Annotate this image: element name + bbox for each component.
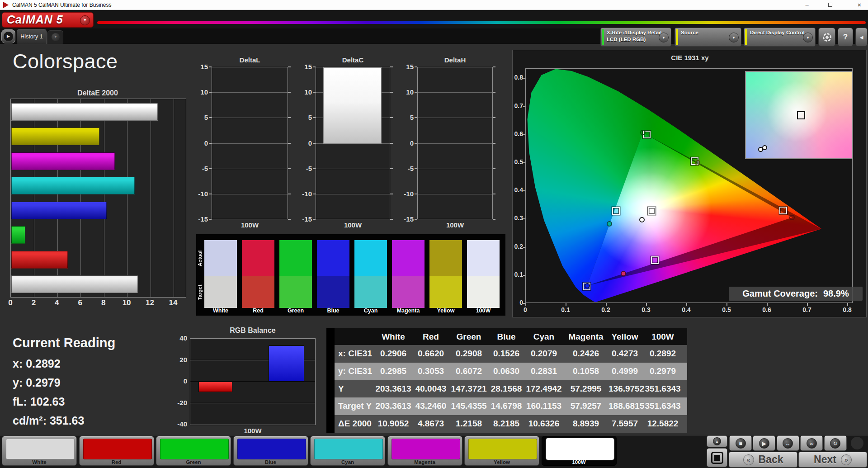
tick-mark xyxy=(288,194,291,194)
table-cell: 4.8673 xyxy=(412,415,449,433)
swatch-label-yellow: Yellow xyxy=(427,307,465,314)
delta-chart-plot-deltah xyxy=(417,67,493,219)
tick-mark xyxy=(288,219,291,220)
table-cell: 0.1526 xyxy=(488,345,524,363)
table-cell: 10.6326 xyxy=(524,415,563,433)
rgb-ytick: 20 xyxy=(172,356,187,364)
delta-bar-deltac xyxy=(323,67,382,144)
cie-xtick: 0.6 xyxy=(759,306,775,313)
step-button[interactable]: ↔ xyxy=(777,435,799,451)
pattern-button-blue[interactable]: Blue xyxy=(233,436,308,466)
rgb-bar-red xyxy=(198,382,232,392)
delta-gridline xyxy=(418,92,492,93)
delta-ytick: 10 xyxy=(396,88,414,96)
pattern-button-yellow[interactable]: Yellow xyxy=(464,436,539,466)
cie-ytick: 0.8 xyxy=(513,74,523,81)
pattern-swatch-100w xyxy=(546,438,614,460)
swatch-target-100w xyxy=(467,276,500,308)
table-header-row: WhiteRedGreenBlueCyanMagentaYellow100W xyxy=(335,328,687,345)
back-button[interactable]: « Back xyxy=(729,452,797,468)
deltae-bar-white xyxy=(11,275,138,293)
table-row: ΔE 200010.90524.86731.21588.218510.63268… xyxy=(335,415,687,433)
source-status-stripe xyxy=(676,29,678,45)
pattern-window-button[interactable] xyxy=(707,448,727,467)
gamut-coverage-value: 98.9% xyxy=(823,288,849,299)
calman-logo-menu[interactable]: CalMAN 5 ▼ xyxy=(2,12,94,28)
delta-gridline xyxy=(316,194,390,194)
swatch-actual-red xyxy=(242,240,274,276)
table-cell: 0.0630 xyxy=(488,363,524,380)
help-button[interactable]: ? xyxy=(838,28,853,47)
swatch-target-magenta xyxy=(392,276,425,308)
delta-gridline xyxy=(212,169,288,169)
swatch-actual-white xyxy=(204,240,237,276)
pattern-button-white[interactable]: White xyxy=(2,436,77,466)
table-cell: 40.0043 xyxy=(412,380,449,398)
tab-scroll-button[interactable]: ▶ xyxy=(1,29,15,43)
cie-xtick: 0.8 xyxy=(839,306,855,313)
cie-measured-blue xyxy=(585,283,590,288)
table-row-label: x: CIE31 xyxy=(335,345,374,363)
table-cell: 57.2995 xyxy=(563,380,609,398)
chevron-up-icon: ▲ xyxy=(713,437,721,445)
current-reading-title: Current Reading xyxy=(13,336,115,350)
deltae-bar-blue xyxy=(11,202,107,219)
deltae-gridline xyxy=(151,99,151,297)
pattern-button-cyan[interactable]: Cyan xyxy=(310,436,385,466)
table-col-header-100w: 100W xyxy=(641,328,684,345)
pattern-button-green[interactable]: Green xyxy=(156,436,231,466)
rgb-balance-plot xyxy=(190,338,316,425)
deltae-bar-cyan xyxy=(11,177,135,194)
tick-mark xyxy=(390,66,393,67)
tick-mark xyxy=(523,134,525,135)
transport-icon-row: ■▶↔∞↻ xyxy=(729,435,851,451)
rgb-ytick: -40 xyxy=(172,420,187,428)
delta-ytick: 10 xyxy=(295,88,312,96)
tick-mark xyxy=(767,303,768,306)
display-control-dropdown[interactable]: Direct Display Control ▼ xyxy=(744,28,816,47)
swatch-target-green xyxy=(279,276,312,308)
play-button[interactable]: ▶ xyxy=(753,435,775,451)
add-tab-button[interactable]: ▾ xyxy=(47,30,63,44)
swatch-label-white: White xyxy=(202,307,240,314)
delta-ytick: 15 xyxy=(295,63,312,71)
display-control-status-stripe xyxy=(745,29,747,45)
table-cell: 351.6343 xyxy=(641,380,684,398)
tick-mark xyxy=(390,92,393,93)
pattern-button-magenta[interactable]: Magenta xyxy=(387,436,462,466)
table-cell: 43.2460 xyxy=(412,397,449,415)
table-cell: 10.9052 xyxy=(374,415,412,433)
tick-mark xyxy=(493,92,495,93)
delta-ytick: 10 xyxy=(191,88,208,96)
pattern-label-magenta: Magenta xyxy=(388,459,462,465)
delta-gridline xyxy=(418,143,492,144)
help-icon: ? xyxy=(843,33,848,42)
next-button[interactable]: Next » xyxy=(798,452,867,468)
scroll-up-button[interactable]: ▲ xyxy=(707,435,727,447)
refresh-button[interactable]: ↻ xyxy=(824,435,847,451)
pattern-button-100w[interactable]: 100W xyxy=(542,436,617,466)
minimize-icon: – xyxy=(805,1,808,8)
stop-button[interactable]: ■ xyxy=(729,435,752,451)
tab-history-1[interactable]: History 1 xyxy=(17,29,47,44)
loop-button[interactable]: ∞ xyxy=(800,435,823,451)
cie-target-red xyxy=(779,207,787,214)
tick-mark xyxy=(686,303,687,306)
pattern-button-red[interactable]: Red xyxy=(79,436,154,466)
restore-icon xyxy=(828,3,832,7)
close-button[interactable]: × xyxy=(852,0,867,10)
source-dropdown[interactable]: Source ▼ xyxy=(675,28,741,47)
table-cell: 57.9257 xyxy=(563,397,609,415)
meter-dropdown[interactable]: X-Rite i1Display Retail LCD (LED RGB) ▼ xyxy=(600,28,671,47)
tick-mark xyxy=(493,66,495,67)
pattern-swatch-white xyxy=(6,439,75,459)
tick-mark xyxy=(288,66,291,67)
minimize-button[interactable]: – xyxy=(799,0,815,10)
delta-chart-plot-deltal xyxy=(212,67,288,219)
collapse-button[interactable]: ◀ xyxy=(855,28,868,47)
restore-button[interactable] xyxy=(823,0,838,10)
tick-mark xyxy=(209,66,212,67)
table-row-label: ΔE 2000 xyxy=(335,415,374,433)
settings-button[interactable] xyxy=(818,28,835,47)
delta-chart-plot-deltac xyxy=(316,67,390,219)
